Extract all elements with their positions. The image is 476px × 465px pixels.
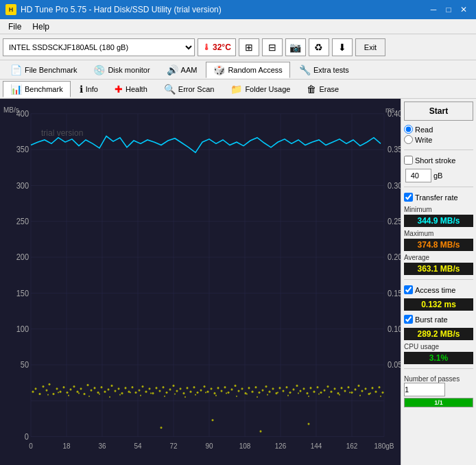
cpu-usage-label: CPU usage	[404, 343, 473, 350]
svg-text:0.30: 0.30	[388, 181, 401, 190]
access-time-value: 0.132 ms	[404, 298, 473, 311]
read-write-radio-group: Read Write	[404, 125, 473, 144]
right-panel: Start Read Write Short stroke gB Transfe…	[401, 99, 476, 465]
svg-point-166	[109, 396, 110, 398]
svg-point-146	[351, 392, 353, 394]
svg-text:144: 144	[311, 442, 322, 450]
svg-point-55	[39, 393, 41, 395]
svg-text:54: 54	[134, 442, 141, 450]
svg-point-189	[349, 392, 350, 393]
short-stroke-checkbox-item[interactable]: Short stroke	[404, 156, 473, 165]
burst-rate-checkbox[interactable]	[404, 315, 413, 324]
read-radio[interactable]	[404, 125, 413, 134]
menu-file[interactable]: File	[3, 21, 27, 33]
svg-point-59	[53, 393, 55, 395]
toolbar-btn-1[interactable]: ⊞	[239, 38, 259, 56]
write-radio-item[interactable]: Write	[404, 135, 473, 144]
divider-3	[404, 279, 473, 280]
svg-point-86	[145, 391, 147, 393]
toolbar-btn-2[interactable]: ⊟	[262, 38, 283, 56]
svg-point-181	[267, 394, 268, 395]
title-bar-controls: ─ □ ✕	[427, 3, 471, 16]
burst-rate-value: 289.2 MB/s	[404, 328, 473, 340]
drive-selector[interactable]: INTEL SSDSCKJF180A5L (180 gB)	[3, 38, 195, 56]
divider-1	[404, 150, 473, 150]
svg-text:ms: ms	[385, 106, 394, 113]
svg-point-188	[339, 394, 340, 395]
tab-disk-monitor[interactable]: 💿 Disk monitor	[86, 62, 157, 78]
svg-text:0.15: 0.15	[388, 289, 401, 298]
svg-text:50: 50	[21, 361, 29, 370]
svg-point-156	[160, 427, 163, 429]
access-time-label: Access time	[415, 286, 455, 294]
svg-text:180gB: 180gB	[374, 442, 394, 450]
tab-benchmark[interactable]: 📊 Benchmark	[3, 81, 71, 97]
tab-file-benchmark[interactable]: 📄 File Benchmark	[3, 62, 84, 78]
access-time-checkbox-item[interactable]: Access time	[404, 285, 473, 294]
toolbar-btn-3[interactable]: 📷	[285, 38, 306, 56]
svg-point-71	[94, 387, 96, 389]
maximum-value: 374.8 MB/s	[404, 239, 473, 251]
tab-extra-tests-label: Extra tests	[313, 66, 349, 74]
toolbar-btn-4[interactable]: ♻	[309, 38, 329, 56]
access-time-checkbox[interactable]	[404, 285, 413, 294]
tab-health[interactable]: ✚ Health	[107, 81, 155, 97]
burst-rate-checkbox-item[interactable]: Burst rate	[404, 315, 473, 324]
svg-point-54	[35, 388, 37, 390]
tab-random-access[interactable]: 🎲 Random Access	[206, 62, 289, 78]
short-stroke-label: Short stroke	[415, 156, 455, 165]
svg-point-137	[320, 392, 322, 394]
transfer-rate-checkbox[interactable]	[404, 193, 413, 202]
svg-point-131	[300, 390, 302, 392]
svg-point-101	[197, 392, 199, 394]
svg-point-85	[142, 385, 144, 388]
tab-error-scan[interactable]: 🔍 Error Scan	[156, 81, 222, 97]
svg-point-96	[180, 388, 182, 390]
write-radio[interactable]	[404, 135, 413, 144]
cpu-usage-value: 3.1%	[404, 352, 473, 364]
tab-extra-tests[interactable]: 🔧 Extra tests	[291, 62, 357, 78]
tab-info[interactable]: ℹ Info	[72, 81, 106, 97]
svg-point-65	[73, 385, 75, 388]
svg-point-64	[70, 388, 72, 390]
svg-point-132	[303, 388, 305, 390]
svg-text:162: 162	[346, 442, 358, 450]
transfer-rate-checkbox-item[interactable]: Transfer rate	[404, 193, 473, 202]
svg-text:0: 0	[25, 433, 29, 442]
read-radio-label: Read	[415, 126, 433, 134]
toolbar-btn-5[interactable]: ⬇	[332, 38, 353, 56]
svg-text:18: 18	[62, 442, 70, 450]
passes-input[interactable]	[404, 383, 445, 396]
tab-erase[interactable]: 🗑 Erase	[299, 81, 346, 97]
svg-text:72: 72	[169, 442, 177, 450]
svg-point-69	[87, 384, 89, 386]
svg-point-102	[200, 389, 202, 391]
svg-point-79	[121, 392, 123, 394]
short-stroke-spinbox[interactable]	[405, 169, 431, 182]
svg-point-155	[382, 392, 384, 394]
svg-point-177	[226, 392, 227, 394]
temperature-value: 32°C	[213, 43, 231, 52]
svg-point-70	[91, 389, 93, 391]
svg-point-183	[287, 395, 289, 396]
svg-text:126: 126	[275, 442, 287, 450]
svg-text:100: 100	[16, 325, 29, 334]
svg-point-80	[125, 387, 127, 389]
svg-point-66	[77, 391, 79, 393]
svg-point-167	[119, 394, 121, 395]
start-button[interactable]: Start	[404, 102, 473, 121]
maximize-button[interactable]: □	[442, 3, 455, 16]
exit-button[interactable]: Exit	[355, 38, 385, 56]
tab-aam[interactable]: 🔊 AAM	[159, 62, 205, 78]
minimize-button[interactable]: ─	[427, 3, 440, 16]
menu-help[interactable]: Help	[27, 21, 55, 33]
read-radio-item[interactable]: Read	[404, 125, 473, 134]
svg-point-182	[277, 392, 278, 393]
svg-point-78	[118, 388, 120, 390]
tab-folder-usage[interactable]: 📁 Folder Usage	[223, 81, 298, 97]
svg-point-129	[293, 388, 295, 390]
svg-text:150: 150	[16, 289, 29, 298]
svg-point-163	[78, 392, 80, 394]
close-button[interactable]: ✕	[457, 3, 471, 16]
short-stroke-checkbox[interactable]	[404, 156, 413, 165]
